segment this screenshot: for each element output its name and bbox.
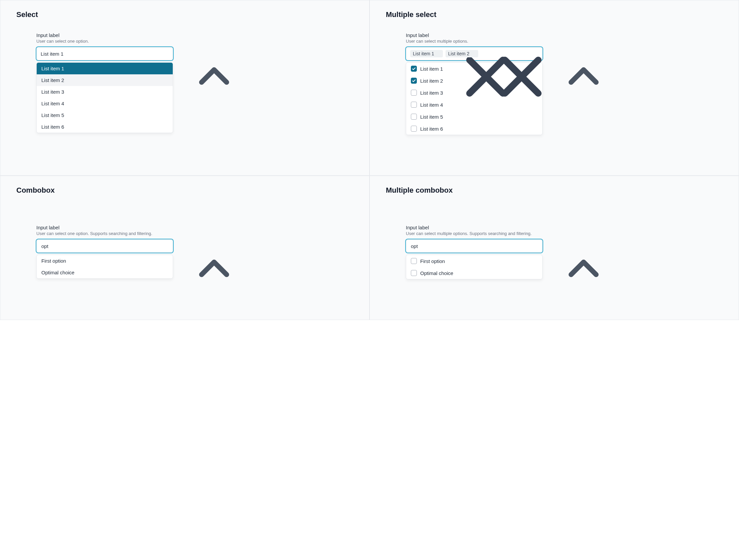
checkbox-unchecked-icon[interactable] [411,270,417,276]
input-label: Input label [36,225,173,230]
checkbox-checked-icon[interactable] [411,66,417,72]
combobox-input[interactable] [41,243,161,249]
multicombobox-input[interactable] [410,243,530,249]
input-label: Input label [406,32,543,38]
panel-combobox: Combobox Input label User can select one… [0,176,370,320]
chip-label: List item 1 [413,51,434,56]
panel-title: Select [16,10,353,19]
select-option[interactable]: List item 2 [37,74,173,86]
checkbox-unchecked-icon[interactable] [411,126,417,132]
option-label: First option [41,258,66,264]
select-option[interactable]: List item 4 [37,98,173,109]
option-label: List item 6 [41,124,64,130]
close-icon[interactable] [471,52,475,56]
input-label: Input label [406,225,543,230]
helper-text: User can select multiple options. Suppor… [406,231,543,236]
multiselect-option[interactable]: List item 5 [406,111,542,123]
select-option[interactable]: List item 5 [37,109,173,121]
chip-label: List item 2 [448,51,469,56]
checkbox-unchecked-icon[interactable] [411,258,417,264]
panel-title: Multiple select [386,10,723,19]
helper-text: User can select multiple options. [406,39,543,44]
option-label: List item 6 [420,126,443,132]
option-label: List item 5 [420,114,443,120]
chevron-up-icon [534,243,539,249]
option-label: First option [420,258,445,264]
checkbox-unchecked-icon[interactable] [411,114,417,120]
select-dropdown: List item 1 List item 2 List item 3 List… [36,62,173,133]
multicombobox-option[interactable]: First option [406,255,542,267]
option-label: List item 5 [41,112,64,118]
panel-multiselect: Multiple select Input label User can sel… [370,0,739,176]
multiselect-option[interactable]: List item 6 [406,123,542,135]
checkbox-unchecked-icon[interactable] [411,90,417,96]
select-value: List item 1 [41,51,63,57]
panel-multicombobox: Multiple combobox Input label User can s… [370,176,739,320]
chip: List item 2 [446,50,478,57]
panel-title: Combobox [16,186,353,195]
option-label: Optimal choice [420,270,453,276]
multiselect-control[interactable]: List item 1 List item 2 [406,47,543,60]
helper-text: User can select one option. [36,39,173,44]
combobox-dropdown: First option Optimal choice [36,255,173,279]
select-option[interactable]: List item 1 [37,63,173,74]
multicombobox-dropdown: First option Optimal choice [406,255,543,279]
option-label: List item 4 [41,101,64,106]
chevron-up-icon [534,51,539,56]
checkbox-unchecked-icon[interactable] [411,102,417,108]
select-option[interactable]: List item 3 [37,86,173,98]
combobox-option[interactable]: Optimal choice [37,267,173,278]
multicombobox-control[interactable] [406,239,543,253]
combobox-control[interactable] [36,239,173,253]
chevron-up-icon [164,51,169,56]
panel-title: Multiple combobox [386,186,723,195]
helper-text: User can select one option. Supports sea… [36,231,173,236]
multicombobox-option[interactable]: Optimal choice [406,267,542,279]
close-icon[interactable] [436,52,440,56]
option-label: List item 1 [41,66,64,71]
panel-select: Select Input label User can select one o… [0,0,370,176]
chevron-up-icon [164,243,169,249]
option-label: List item 2 [41,77,64,83]
checkbox-checked-icon[interactable] [411,78,417,84]
chip: List item 1 [410,50,443,57]
combobox-option[interactable]: First option [37,255,173,267]
input-label: Input label [36,32,173,38]
option-label: Optimal choice [41,270,75,275]
select-option[interactable]: List item 6 [37,121,173,133]
option-label: List item 4 [420,102,443,108]
option-label: List item 3 [41,89,64,95]
select-control[interactable]: List item 1 [36,47,173,60]
